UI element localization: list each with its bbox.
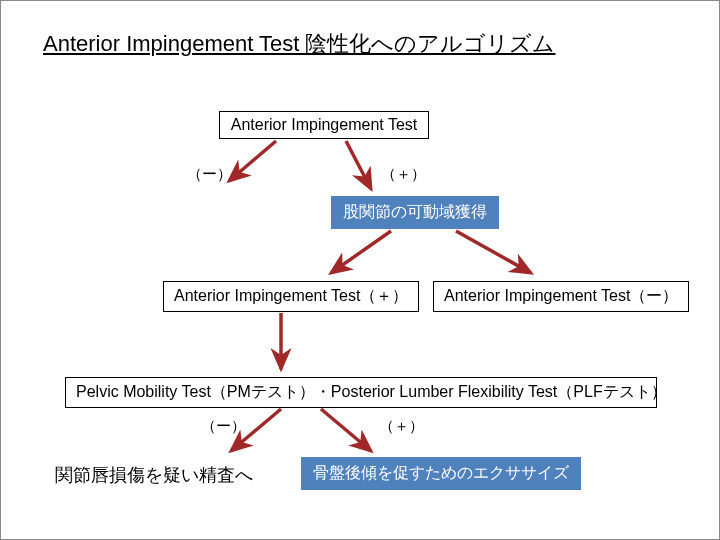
svg-line-0 — [229, 141, 276, 181]
node-ait-root: Anterior Impingement Test — [219, 111, 429, 139]
node-ait-pos: Anterior Impingement Test（＋） — [163, 281, 419, 312]
node-ait-neg: Anterior Impingement Test（ー） — [433, 281, 689, 312]
edge-label-pos-1: （＋） — [381, 165, 426, 184]
svg-line-1 — [346, 141, 371, 189]
svg-line-6 — [321, 409, 371, 451]
node-pelvic-exercise: 骨盤後傾を促すためのエクササイズ — [301, 457, 581, 490]
edge-label-pos-2: （＋） — [379, 417, 424, 436]
edge-label-neg-1: （ー） — [187, 165, 232, 184]
page-title: Anterior Impingement Test 陰性化へのアルゴリズム — [43, 29, 556, 59]
edge-label-neg-2: （ー） — [201, 417, 246, 436]
svg-line-2 — [331, 231, 391, 273]
node-pelvic-plf: Pelvic Mobility Test（PMテスト）・Posterior Lu… — [65, 377, 657, 408]
node-hip-rom: 股関節の可動域獲得 — [331, 196, 499, 229]
node-labrum-injury: 関節唇損傷を疑い精査へ — [55, 463, 253, 487]
svg-line-3 — [456, 231, 531, 273]
